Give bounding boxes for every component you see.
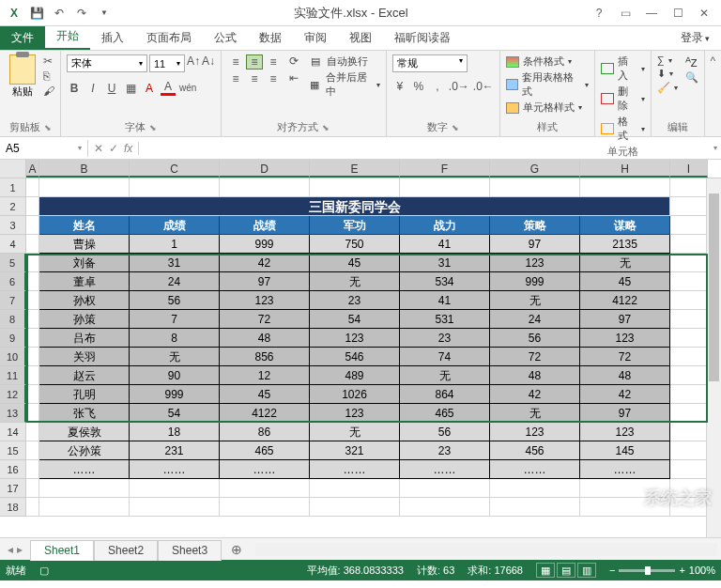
- table-header[interactable]: 成绩: [130, 216, 220, 235]
- cell[interactable]: [670, 254, 708, 272]
- table-cell[interactable]: 74: [400, 348, 490, 366]
- expand-formula-icon[interactable]: ▾: [710, 144, 721, 152]
- cell[interactable]: [130, 479, 220, 498]
- table-cell[interactable]: 41: [400, 291, 490, 310]
- cell[interactable]: [26, 235, 39, 254]
- table-cell[interactable]: 72: [220, 310, 310, 329]
- col-header-C[interactable]: C: [130, 160, 220, 178]
- table-cell[interactable]: 4122: [580, 291, 670, 310]
- table-cell[interactable]: 54: [310, 310, 400, 329]
- table-cell[interactable]: ……: [130, 460, 220, 479]
- table-cell[interactable]: 夏侯敦: [39, 423, 130, 441]
- format-painter-icon[interactable]: 🖌: [43, 85, 54, 98]
- cell[interactable]: [26, 385, 39, 404]
- cell[interactable]: [580, 479, 670, 498]
- cell[interactable]: [490, 479, 580, 498]
- cell[interactable]: [26, 479, 39, 498]
- undo-icon[interactable]: ↶: [49, 3, 69, 23]
- row-header-12[interactable]: 12: [0, 385, 26, 404]
- bold-icon[interactable]: B: [67, 82, 82, 95]
- col-header-E[interactable]: E: [310, 160, 400, 178]
- cell[interactable]: [220, 178, 310, 197]
- font-size-combo[interactable]: 11▾: [149, 54, 185, 72]
- table-cell[interactable]: 董卓: [39, 272, 130, 291]
- table-cell[interactable]: 54: [130, 404, 220, 423]
- table-cell[interactable]: 23: [400, 441, 490, 460]
- col-header-A[interactable]: A: [26, 160, 39, 178]
- find-select-button[interactable]: 🔍: [685, 71, 698, 84]
- table-cell[interactable]: 公孙策: [39, 441, 130, 460]
- cell[interactable]: [26, 498, 39, 517]
- cell[interactable]: [26, 272, 39, 291]
- cell[interactable]: [310, 178, 400, 197]
- shrink-font-icon[interactable]: A↓: [202, 54, 215, 72]
- table-cell[interactable]: 关羽: [39, 348, 130, 366]
- cell[interactable]: [39, 479, 130, 498]
- cell[interactable]: [130, 178, 220, 197]
- ribbon-display-icon[interactable]: ▭: [614, 4, 637, 23]
- row-header-9[interactable]: 9: [0, 329, 26, 348]
- cell[interactable]: [400, 498, 490, 517]
- border-icon[interactable]: ▦: [123, 82, 138, 95]
- cell[interactable]: [310, 479, 400, 498]
- cell[interactable]: [26, 310, 39, 329]
- table-cell[interactable]: ……: [490, 460, 580, 479]
- table-cell[interactable]: 56: [400, 423, 490, 441]
- table-cell[interactable]: 8: [130, 329, 220, 348]
- table-cell[interactable]: 97: [580, 310, 670, 329]
- login-button[interactable]: 登录▾: [669, 26, 721, 50]
- table-cell[interactable]: 86: [220, 423, 310, 441]
- cell[interactable]: [670, 178, 708, 197]
- decrease-decimal-icon[interactable]: .0←: [473, 80, 494, 93]
- record-macro-icon[interactable]: ▢: [39, 565, 49, 577]
- table-cell[interactable]: 534: [400, 272, 490, 291]
- table-cell[interactable]: 123: [220, 291, 310, 310]
- cell[interactable]: [400, 479, 490, 498]
- row-header-3[interactable]: 3: [0, 216, 26, 235]
- align-center-icon[interactable]: ≡: [246, 71, 263, 86]
- row-header-5[interactable]: 5: [0, 254, 26, 272]
- table-cell[interactable]: 2135: [580, 235, 670, 254]
- paste-button[interactable]: 粘贴: [6, 54, 39, 99]
- format-cells-button[interactable]: 格式▾: [601, 115, 644, 143]
- table-cell[interactable]: 72: [490, 348, 580, 366]
- cell[interactable]: [670, 498, 708, 517]
- table-header[interactable]: 策略: [490, 216, 580, 235]
- normal-view-icon[interactable]: ▦: [536, 563, 555, 578]
- format-as-table-button[interactable]: 套用表格格式▾: [506, 70, 590, 99]
- vertical-scrollbar[interactable]: [706, 178, 721, 537]
- cell[interactable]: [26, 460, 39, 479]
- table-cell[interactable]: 45: [220, 385, 310, 404]
- table-cell[interactable]: 750: [310, 235, 400, 254]
- cell[interactable]: [670, 441, 708, 460]
- cell[interactable]: [670, 348, 708, 366]
- table-cell[interactable]: 吕布: [39, 329, 130, 348]
- cell[interactable]: [670, 291, 708, 310]
- cell[interactable]: [670, 366, 708, 385]
- table-cell[interactable]: 24: [490, 310, 580, 329]
- row-header-18[interactable]: 18: [0, 498, 26, 517]
- table-cell[interactable]: 刘备: [39, 254, 130, 272]
- minimize-icon[interactable]: —: [640, 4, 663, 23]
- table-cell[interactable]: 24: [130, 272, 220, 291]
- table-header[interactable]: 战绩: [220, 216, 310, 235]
- currency-icon[interactable]: ¥: [392, 80, 407, 93]
- table-cell[interactable]: 张飞: [39, 404, 130, 423]
- table-cell[interactable]: 56: [130, 291, 220, 310]
- cell[interactable]: [26, 441, 39, 460]
- cell[interactable]: [26, 216, 39, 235]
- help-icon[interactable]: ?: [588, 4, 610, 23]
- row-header-17[interactable]: 17: [0, 479, 26, 498]
- cell[interactable]: [220, 498, 310, 517]
- table-header[interactable]: 姓名: [39, 216, 130, 235]
- page-layout-view-icon[interactable]: ▤: [557, 563, 575, 578]
- table-cell[interactable]: 无: [580, 254, 670, 272]
- table-cell[interactable]: 无: [310, 423, 400, 441]
- table-cell[interactable]: 42: [580, 385, 670, 404]
- fill-button[interactable]: ⬇▾: [657, 68, 678, 80]
- table-cell[interactable]: 1026: [310, 385, 400, 404]
- cell[interactable]: [39, 178, 130, 197]
- table-cell[interactable]: 1: [130, 235, 220, 254]
- table-cell[interactable]: 无: [490, 291, 580, 310]
- cell[interactable]: [670, 235, 708, 254]
